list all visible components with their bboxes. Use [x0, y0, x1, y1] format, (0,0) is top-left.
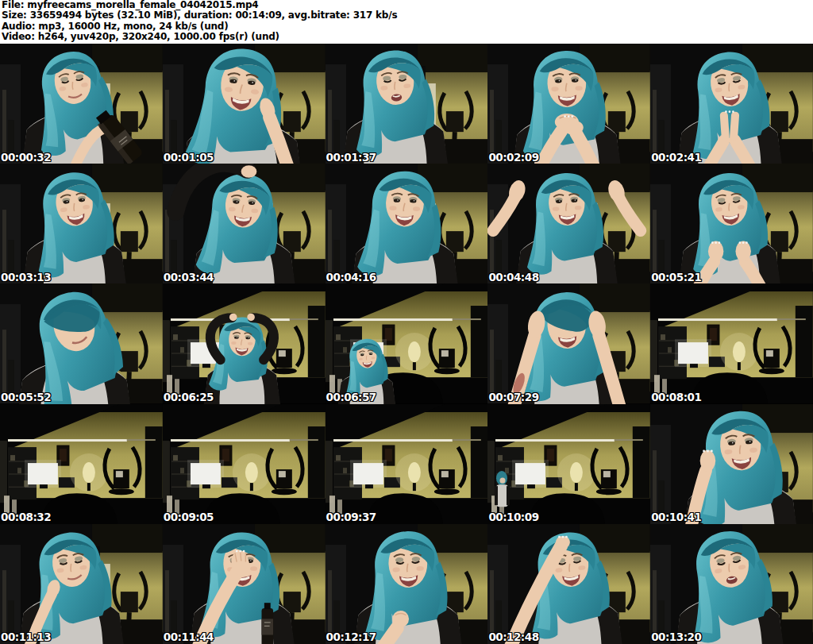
video-thumbnail: 00:10:09: [487, 404, 650, 524]
thumbnail-frame-art: [0, 404, 163, 524]
thumbnail-frame-art: [163, 404, 326, 524]
thumbnail-frame-art: [487, 164, 650, 283]
thumbnail-timestamp: 00:06:57: [326, 392, 376, 403]
thumbnail-timestamp: 00:11:44: [164, 632, 214, 643]
thumbnail-timestamp: 00:06:25: [164, 392, 214, 403]
video-thumbnail: 00:04:16: [326, 164, 488, 283]
thumbnail-timestamp: 00:08:32: [1, 512, 51, 523]
video-thumbnail: 00:01:37: [326, 44, 488, 164]
video-thumbnail: 00:05:52: [0, 283, 163, 403]
thumbnail-timestamp: 00:10:41: [651, 512, 701, 523]
thumbnail-frame-art: [487, 44, 650, 164]
thumbnail-frame-art: [0, 164, 163, 283]
thumbnail-frame-art: [163, 524, 326, 644]
video-thumbnail: 00:09:37: [326, 404, 488, 524]
thumbnail-frame-art: [650, 164, 813, 283]
thumbnail-frame-art: [650, 44, 813, 164]
thumbnail-timestamp: 00:09:05: [164, 512, 214, 523]
video-thumbnail: 00:06:57: [326, 283, 488, 403]
info-line-video: Video: h264, yuv420p, 320x240, 1000.00 f…: [0, 32, 813, 42]
video-thumbnail: 00:11:44: [163, 524, 326, 644]
video-thumbnail: 00:03:44: [163, 164, 326, 283]
video-thumbnail: 00:12:17: [326, 524, 488, 644]
thumbnail-frame-art: [0, 283, 163, 403]
info-line-file: File: myfreecams_morella_female_04042015…: [0, 0, 813, 10]
thumbnail-timestamp: 00:00:32: [1, 152, 51, 164]
thumbnail-timestamp: 00:10:09: [488, 512, 538, 523]
thumbnail-timestamp: 00:04:16: [326, 272, 376, 283]
video-thumbnail: 00:09:05: [163, 404, 326, 524]
thumbnail-frame-art: [0, 44, 163, 164]
thumbnail-timestamp: 00:11:13: [1, 632, 51, 643]
thumbnail-timestamp: 00:03:13: [1, 272, 51, 283]
video-thumbnail: 00:08:32: [0, 404, 163, 524]
thumbnail-frame-art: [487, 404, 650, 524]
thumbnail-timestamp: 00:02:41: [651, 152, 701, 164]
thumbnail-frame-art: [326, 44, 488, 164]
video-thumbnail: 00:01:05: [163, 44, 326, 164]
thumbnail-timestamp: 00:04:48: [488, 272, 538, 283]
thumbnail-timestamp: 00:13:20: [651, 632, 701, 643]
video-thumbnail: 00:10:41: [650, 404, 813, 524]
thumbnail-frame-art: [326, 283, 488, 403]
info-line-size: Size: 33659494 bytes (32.10 MiB), durati…: [0, 10, 813, 21]
thumbnail-frame-art: [326, 524, 488, 644]
video-thumbnail: 00:08:01: [650, 283, 813, 403]
video-thumbnail: 00:02:09: [487, 44, 650, 164]
thumbnail-frame-art: [650, 283, 813, 403]
thumbnail-timestamp: 00:09:37: [326, 512, 376, 523]
video-thumbnail: 00:07:29: [487, 283, 650, 403]
video-thumbnail: 00:05:21: [650, 164, 813, 283]
media-info-header: File: myfreecams_morella_female_04042015…: [0, 0, 813, 44]
thumbnail-grid: 00:00:32 00:01:05 00:01:37 00:02:09 00:0…: [0, 44, 813, 644]
thumbnail-timestamp: 00:01:05: [164, 152, 214, 164]
thumbnail-frame-art: [0, 524, 163, 644]
info-line-audio: Audio: mp3, 16000 Hz, mono, 24 kb/s (und…: [0, 21, 813, 32]
thumbnail-frame-art: [650, 524, 813, 644]
thumbnail-frame-art: [326, 164, 488, 283]
video-thumbnail: 00:04:48: [487, 164, 650, 283]
contact-sheet: File: myfreecams_morella_female_04042015…: [0, 0, 813, 644]
thumbnail-frame-art: [163, 164, 326, 283]
thumbnail-frame-art: [650, 404, 813, 524]
video-thumbnail: 00:02:41: [650, 44, 813, 164]
thumbnail-timestamp: 00:12:17: [326, 632, 376, 643]
thumbnail-frame-art: [487, 283, 650, 403]
video-thumbnail: 00:06:25: [163, 283, 326, 403]
video-thumbnail: 00:11:13: [0, 524, 163, 644]
video-thumbnail: 00:03:13: [0, 164, 163, 283]
thumbnail-timestamp: 00:08:01: [651, 392, 701, 403]
video-thumbnail: 00:12:48: [487, 524, 650, 644]
thumbnail-timestamp: 00:03:44: [164, 272, 214, 283]
thumbnail-frame-art: [326, 404, 488, 524]
thumbnail-timestamp: 00:07:29: [488, 392, 538, 403]
video-thumbnail: 00:13:20: [650, 524, 813, 644]
thumbnail-frame-art: [163, 44, 326, 164]
thumbnail-frame-art: [163, 283, 326, 403]
video-thumbnail: 00:00:32: [0, 44, 163, 164]
thumbnail-timestamp: 00:05:21: [651, 272, 701, 283]
thumbnail-frame-art: [487, 524, 650, 644]
thumbnail-timestamp: 00:01:37: [326, 152, 376, 164]
thumbnail-timestamp: 00:02:09: [488, 152, 538, 164]
thumbnail-timestamp: 00:05:52: [1, 392, 51, 403]
thumbnail-timestamp: 00:12:48: [488, 632, 538, 643]
